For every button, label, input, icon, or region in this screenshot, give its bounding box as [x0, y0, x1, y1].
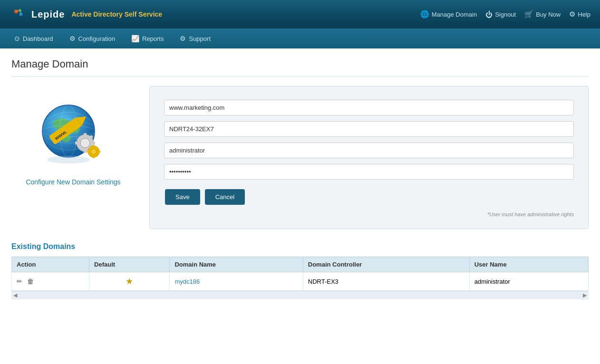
nav-dashboard[interactable]: ⊙ Dashboard — [8, 32, 60, 45]
action-cell: ✏ 🗑 — [12, 272, 89, 291]
buy-now-link[interactable]: 🛒 Buy Now — [524, 10, 561, 19]
table-row: ✏ 🗑 ★ mydc186 NDRT-EX3 administrator — [12, 272, 589, 291]
two-column-layout: www. — [11, 86, 589, 229]
dashboard-icon: ⊙ — [14, 35, 20, 42]
svg-rect-30 — [87, 151, 89, 153]
admin-note: *User must have administrative rights — [164, 211, 574, 217]
nav-reports[interactable]: 📈 Reports — [125, 32, 171, 45]
signout-link[interactable]: ⏻ Signout — [485, 10, 516, 19]
username-input[interactable] — [164, 143, 574, 158]
domain-controller-input[interactable] — [164, 121, 574, 137]
cancel-button[interactable]: Cancel — [205, 189, 245, 205]
col-domain-name: Domain Name — [170, 257, 303, 272]
default-cell: ★ — [89, 272, 170, 291]
manage-domain-link[interactable]: 🌐 Manage Domain — [420, 10, 477, 19]
existing-domains-title: Existing Domains — [11, 242, 589, 251]
col-domain-controller: Domain Controller — [303, 257, 469, 272]
help-link[interactable]: ⚙ Help — [569, 10, 590, 19]
scroll-row: ◀ ▶ — [11, 291, 589, 299]
nav-support[interactable]: ⚙ Support — [173, 32, 217, 45]
save-button[interactable]: Save — [165, 189, 200, 205]
domain-name-link[interactable]: mydc186 — [174, 278, 200, 285]
nav-support-label: Support — [189, 35, 211, 42]
brand-subtitle: Active Directory Self Service — [71, 10, 162, 18]
svg-rect-23 — [75, 142, 78, 144]
form-buttons: Save Cancel — [164, 189, 574, 205]
domain-input[interactable] — [164, 100, 574, 115]
support-icon: ⚙ — [180, 35, 186, 42]
globe-illustration: www. — [35, 96, 111, 172]
table-body: ✏ 🗑 ★ mydc186 NDRT-EX3 administrator — [12, 272, 589, 291]
scroll-right-icon[interactable]: ▶ — [581, 292, 589, 298]
svg-point-0 — [10, 7, 26, 22]
top-header: Lepide Active Directory Self Service 🌐 M… — [0, 0, 600, 29]
buy-now-label: Buy Now — [536, 11, 561, 18]
reports-icon: 📈 — [131, 35, 139, 42]
main-content: Manage Domain — [0, 48, 600, 309]
page-title: Manage Domain — [11, 58, 589, 70]
svg-rect-21 — [84, 150, 87, 153]
nav-bar: ⊙ Dashboard ⚙ Configuration 📈 Reports ⚙ … — [0, 29, 600, 48]
svg-rect-22 — [92, 142, 95, 144]
svg-rect-29 — [98, 151, 100, 153]
col-action: Action — [12, 257, 89, 272]
power-icon: ⏻ — [485, 10, 493, 19]
domain-controller-field — [164, 121, 574, 137]
table-header: Action Default Domain Name Domain Contro… — [12, 257, 589, 272]
help-label: Help — [578, 11, 590, 18]
top-actions: 🌐 Manage Domain ⏻ Signout 🛒 Buy Now ⚙ He… — [420, 10, 590, 19]
nav-reports-label: Reports — [142, 35, 164, 42]
manage-domain-label: Manage Domain — [432, 11, 477, 18]
password-field — [164, 164, 574, 180]
domain-controller-cell: NDRT-EX3 — [303, 272, 469, 291]
password-input[interactable] — [164, 164, 574, 180]
svg-point-31 — [47, 156, 90, 163]
signout-label: Signout — [495, 11, 516, 18]
nav-configuration[interactable]: ⚙ Configuration — [63, 32, 122, 45]
svg-rect-28 — [93, 156, 95, 158]
config-icon: ⚙ — [69, 35, 76, 42]
svg-point-19 — [80, 138, 90, 148]
divider — [11, 76, 589, 77]
svg-point-26 — [91, 149, 97, 154]
scroll-left-icon[interactable]: ◀ — [11, 292, 19, 298]
user-name-cell: administrator — [469, 272, 588, 291]
left-panel: www. — [11, 86, 135, 195]
form-panel: Save Cancel *User must have administrati… — [149, 86, 589, 229]
nav-dashboard-label: Dashboard — [23, 35, 53, 42]
delete-icon[interactable]: 🗑 — [27, 278, 34, 285]
lepide-logo — [10, 6, 27, 23]
nav-configuration-label: Configuration — [78, 35, 115, 42]
domain-name-cell: mydc186 — [170, 272, 303, 291]
brand-name: Lepide — [31, 9, 65, 20]
domain-field — [164, 100, 574, 115]
svg-rect-27 — [93, 145, 95, 147]
col-default: Default — [89, 257, 170, 272]
existing-domains-section: Existing Domains Action Default Domain N… — [11, 242, 589, 299]
configure-link[interactable]: Configure New Domain Settings — [26, 178, 120, 186]
svg-rect-20 — [84, 133, 87, 136]
globe-icon: 🌐 — [420, 10, 429, 19]
col-user-name: User Name — [469, 257, 588, 272]
cart-icon: 🛒 — [524, 10, 533, 19]
help-gear-icon: ⚙ — [569, 10, 575, 19]
edit-icon[interactable]: ✏ — [17, 278, 22, 285]
star-icon: ★ — [126, 277, 133, 286]
logo-area: Lepide Active Directory Self Service — [10, 6, 162, 23]
domains-table: Action Default Domain Name Domain Contro… — [11, 257, 589, 291]
username-field — [164, 143, 574, 158]
